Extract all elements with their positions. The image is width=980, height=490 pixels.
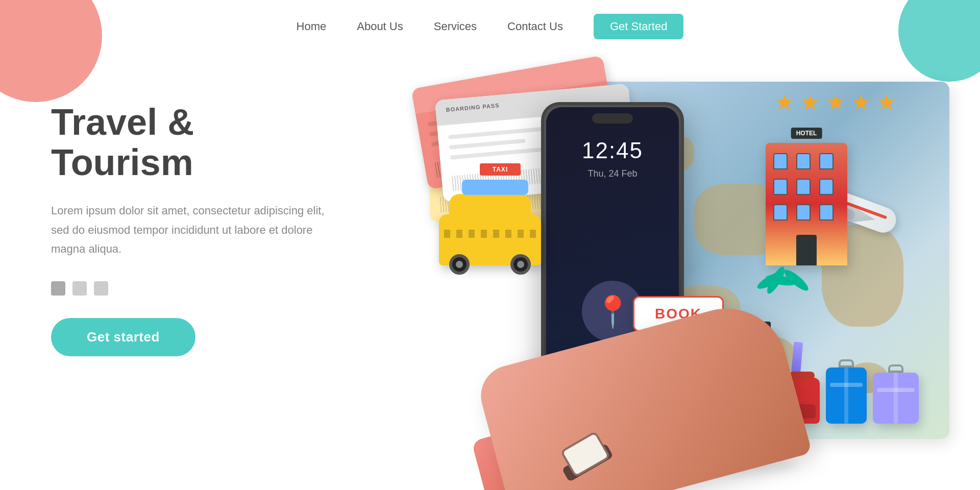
navbar: Home About Us Services Contact Us Get St…: [0, 0, 980, 53]
hotel-window-7: [773, 204, 788, 220]
hotel-window-8: [796, 204, 811, 220]
suitcase-handle-brown: [888, 364, 903, 373]
hotel-window-3: [819, 153, 834, 169]
carousel-dots: [51, 281, 337, 296]
star-1: ★: [775, 92, 796, 113]
taxi-window: [462, 180, 528, 195]
star-3: ★: [826, 92, 847, 113]
phone-time: 12:45: [546, 138, 679, 163]
suitcase-brown: [873, 373, 919, 424]
phone-notch: [592, 113, 633, 124]
taxi-wheel-front: [449, 254, 470, 275]
star-rating: ★ ★ ★ ★ ★: [775, 92, 898, 113]
hotel-window-4: [773, 179, 788, 195]
hero-title: Travel & Tourism: [51, 102, 337, 183]
hero-illustration: ★ ★ ★ ★ ★ BOARDING PASS 12:45 Thu, 24 Fe…: [388, 41, 949, 485]
star-2: ★: [800, 92, 822, 113]
taxi-roof: TAXI: [449, 194, 531, 219]
nav-about[interactable]: About Us: [357, 20, 403, 33]
hotel-window-6: [819, 179, 834, 195]
hero-content: Travel & Tourism Lorem ipsum dolor sit a…: [51, 102, 337, 356]
star-5: ★: [877, 92, 898, 113]
hotel-door: [796, 235, 817, 265]
hotel-window-2: [796, 153, 811, 169]
hotel-window-9: [819, 204, 834, 220]
hotel-window-1: [773, 153, 788, 169]
taxi-sign: TAXI: [480, 163, 521, 176]
dot-1[interactable]: [51, 281, 65, 296]
phone-date: Thu, 24 Feb: [546, 168, 679, 179]
hand: [490, 291, 847, 490]
taxi-checker-pattern: [444, 230, 536, 238]
nav-contact[interactable]: Contact Us: [507, 20, 563, 33]
hotel-window-5: [796, 179, 811, 195]
hero-description: Lorem ipsum dolor sit amet, consectetur …: [51, 201, 337, 258]
hotel-building: HOTEL: [766, 143, 847, 265]
dot-3[interactable]: [94, 281, 108, 296]
nav-services[interactable]: Services: [434, 20, 477, 33]
dot-2[interactable]: [72, 281, 87, 296]
nav-home[interactable]: Home: [297, 20, 327, 33]
suitcase-strap-brown-v: [894, 373, 898, 424]
taxi-body: TAXI: [439, 214, 541, 265]
star-4: ★: [851, 92, 873, 113]
taxi: TAXI: [439, 214, 541, 265]
nav-get-started-button[interactable]: Get Started: [594, 14, 684, 39]
hotel: HOTEL: [766, 143, 847, 265]
taxi-wheel-rear: [510, 254, 531, 275]
hero-get-started-button[interactable]: Get started: [51, 318, 195, 356]
hotel-sign: HOTEL: [791, 128, 822, 139]
hand-body: [474, 295, 812, 490]
